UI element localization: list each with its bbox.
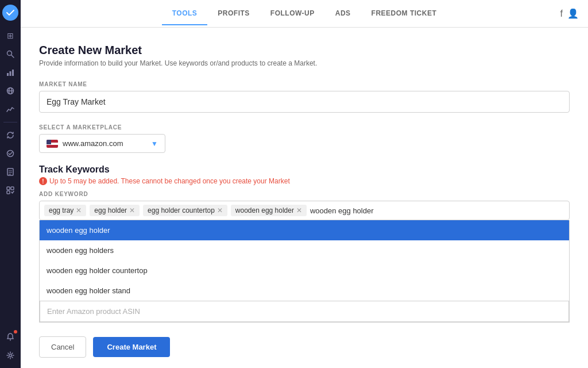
svg-rect-14 xyxy=(11,187,14,190)
autocomplete-item-2[interactable]: wooden egg holders xyxy=(40,240,569,260)
tag-label: egg holder countertop xyxy=(148,206,215,214)
keywords-warning: ! Up to 5 may be added. These cannot be … xyxy=(39,177,570,185)
facebook-icon[interactable]: f xyxy=(560,9,563,19)
marketplace-select[interactable]: www.amazon.com ▼ xyxy=(39,134,165,153)
keyword-text-input[interactable] xyxy=(310,206,564,215)
form-footer: Cancel Create Market xyxy=(39,336,570,358)
track-keywords-section: Track Keywords ! Up to 5 may be added. T… xyxy=(39,164,570,323)
us-flag-icon xyxy=(47,140,58,148)
tab-followup[interactable]: FOLLOW-UP xyxy=(260,2,325,25)
tag-remove-egg-holder-countertop[interactable]: ✕ xyxy=(217,207,223,214)
warning-icon: ! xyxy=(39,177,47,185)
create-market-button[interactable]: Create Market xyxy=(93,337,170,357)
autocomplete-dropdown: wooden egg holder wooden egg holders woo… xyxy=(39,220,570,323)
market-name-section: MARKET NAME xyxy=(39,81,570,113)
sidebar-item-chart[interactable] xyxy=(2,101,18,117)
page-subtitle: Provide information to build your Market… xyxy=(39,59,570,67)
keyword-input-container: egg tray ✕ egg holder ✕ egg holder count… xyxy=(39,201,570,220)
keyword-tag-egg-holder: egg holder ✕ xyxy=(90,205,140,216)
sidebar-item-notification[interactable] xyxy=(2,329,18,345)
marketplace-section: SELECT A MARKETPLACE www.amazon.com ▼ xyxy=(39,124,570,153)
sidebar-logo[interactable] xyxy=(2,5,18,21)
asin-placeholder-text: Enter Amazon product ASIN xyxy=(47,307,140,316)
svg-rect-2 xyxy=(7,73,9,76)
tag-label: egg tray xyxy=(49,206,74,214)
keyword-tag-egg-tray: egg tray ✕ xyxy=(44,205,86,216)
user-icon[interactable]: 👤 xyxy=(567,8,579,19)
svg-rect-15 xyxy=(7,191,10,194)
sidebar-item-analytics[interactable] xyxy=(2,64,18,80)
tag-label: egg holder xyxy=(94,206,127,214)
track-keywords-title: Track Keywords xyxy=(39,164,570,175)
sidebar-divider-1 xyxy=(3,122,17,122)
sidebar-item-settings[interactable] xyxy=(2,347,18,363)
sidebar-item-tasks[interactable] xyxy=(2,182,18,198)
tab-tools[interactable]: TOOLS xyxy=(162,2,208,25)
tag-remove-egg-tray[interactable]: ✕ xyxy=(76,207,82,214)
sidebar-item-checkcircle[interactable] xyxy=(2,145,18,162)
market-name-input[interactable] xyxy=(39,91,570,113)
cancel-button[interactable]: Cancel xyxy=(39,336,86,358)
svg-rect-13 xyxy=(7,187,10,190)
tag-remove-wooden-egg-holder[interactable]: ✕ xyxy=(296,207,302,214)
main-content: TOOLS PROFITS FOLLOW-UP ADS FREEDOM TICK… xyxy=(21,0,588,368)
svg-point-17 xyxy=(9,354,11,356)
top-navigation: TOOLS PROFITS FOLLOW-UP ADS FREEDOM TICK… xyxy=(21,0,588,28)
tab-freedom-ticket[interactable]: FREEDOM TICKET xyxy=(361,2,447,25)
autocomplete-item-1[interactable]: wooden egg holder xyxy=(40,220,569,240)
tab-profits[interactable]: PROFITS xyxy=(207,2,260,25)
sidebar-item-globe[interactable] xyxy=(2,83,18,99)
tag-label: wooden egg holder xyxy=(235,206,294,214)
svg-rect-3 xyxy=(10,71,11,76)
nav-tabs: TOOLS PROFITS FOLLOW-UP ADS FREEDOM TICK… xyxy=(162,2,447,25)
sidebar-item-sync[interactable] xyxy=(2,127,18,143)
add-keyword-label: ADD KEYWORD xyxy=(39,191,570,197)
autocomplete-item-4[interactable]: wooden egg holder stand xyxy=(40,281,569,301)
sidebar-item-search[interactable] xyxy=(2,46,18,62)
sidebar: ⊞ xyxy=(0,0,21,368)
tag-remove-egg-holder[interactable]: ✕ xyxy=(129,207,135,214)
chevron-down-icon: ▼ xyxy=(151,140,158,148)
keyword-tag-wooden-egg-holder: wooden egg holder ✕ xyxy=(231,205,307,216)
page-title: Create New Market xyxy=(39,44,570,57)
svg-rect-4 xyxy=(12,70,14,76)
asin-input-placeholder[interactable]: Enter Amazon product ASIN xyxy=(40,301,569,322)
tab-ads[interactable]: ADS xyxy=(325,2,361,25)
sidebar-item-file[interactable] xyxy=(2,164,18,180)
page-content: Create New Market Provide information to… xyxy=(21,28,588,368)
sidebar-item-home[interactable]: ⊞ xyxy=(2,28,18,44)
topnav-right-icons: f 👤 xyxy=(560,8,579,19)
warning-text: Up to 5 may be added. These cannot be ch… xyxy=(49,177,290,185)
autocomplete-item-3[interactable]: wooden egg holder countertop xyxy=(40,260,569,281)
marketplace-label: SELECT A MARKETPLACE xyxy=(39,124,570,131)
market-name-label: MARKET NAME xyxy=(39,81,570,87)
marketplace-url: www.amazon.com xyxy=(63,139,151,148)
keyword-tag-egg-holder-countertop: egg holder countertop ✕ xyxy=(143,205,227,216)
sidebar-bottom xyxy=(2,329,18,363)
svg-line-1 xyxy=(11,55,14,58)
